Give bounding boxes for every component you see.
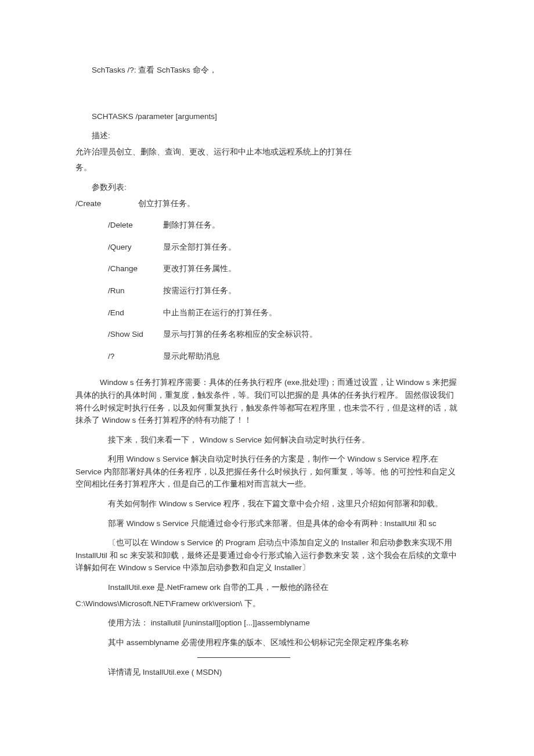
param-row: /Run 按需运行打算任务。 <box>75 285 459 297</box>
param-cmd: /Create <box>75 197 138 210</box>
body-p7a: InstallUtil.exe 是.NetFramew ork 自带的工具，一般… <box>75 581 459 594</box>
body-p9: 其中 assemblyname 必需使用程序集的版本、区域性和公钥标记完全限定程… <box>75 636 459 649</box>
body-p8: 使用方法： installutil [/uninstall][option [.… <box>75 617 459 629</box>
document-page: SchTasks /?: 查看 SchTasks 命令， SCHTASKS /p… <box>0 0 534 756</box>
param-row: /Query 显示全部打算任务。 <box>75 241 459 254</box>
param-cmd: /Delete <box>108 219 163 232</box>
param-cmd: /? <box>108 350 163 363</box>
desc-body-2: 务。 <box>75 161 459 174</box>
top-line: SchTasks /?: 查看 SchTasks 命令， <box>75 64 459 77</box>
body-p7b: C:\Windows\Microsoft.NET\Framew ork\vers… <box>75 597 459 610</box>
param-desc: 创立打算任务。 <box>138 197 459 210</box>
param-desc: 显示此帮助消息 <box>163 350 459 363</box>
param-row: /Show Sid 显示与打算的任务名称相应的安全标识符。 <box>75 328 459 341</box>
param-row: /Create 创立打算任务。 <box>75 197 459 210</box>
body-p2: 接下来，我们来看一下， Window s Service 如何解决自动定时执行任… <box>75 434 459 447</box>
param-desc: 中止当前正在运行的打算任务。 <box>163 307 459 319</box>
body-p6: 〔也可以在 Window s Service 的 Program 启动点中添加自… <box>75 537 459 574</box>
usage-command: SCHTASKS /parameter [arguments] <box>75 110 459 123</box>
param-desc: 按需运行打算任务。 <box>163 285 459 297</box>
desc-body-1: 允许治理员创立、删除、查询、更改、运行和中止本地或远程系统上的打算任 <box>75 146 459 159</box>
body-p10: 详情请见 InstallUtil.exe ( MSDN) <box>75 666 459 679</box>
param-row: /Change 更改打算任务属性。 <box>75 262 459 275</box>
param-desc: 显示全部打算任务。 <box>163 241 459 254</box>
body-p4: 有关如何制作 Window s Service 程序，我在下篇文章中会介绍，这里… <box>75 498 459 510</box>
param-cmd: /Query <box>108 241 163 254</box>
body-p1: Window s 任务打算程序需要：具体的任务执行程序 (exe,批处理)；而通… <box>75 376 459 426</box>
underline-decoration <box>75 652 459 665</box>
body-p3: 利用 Window s Service 解决自动定时执行任务的方案是，制作一个 … <box>75 453 459 491</box>
param-cmd: /Show Sid <box>108 328 163 341</box>
param-cmd: /End <box>108 307 163 319</box>
body-p5: 部署 Window s Service 只能通过命令行形式来部署。但是具体的命令… <box>75 517 459 530</box>
param-row: /End 中止当前正在运行的打算任务。 <box>75 307 459 319</box>
param-desc: 删除打算任务。 <box>163 219 459 232</box>
param-desc: 显示与打算的任务名称相应的安全标识符。 <box>163 328 459 341</box>
param-cmd: /Run <box>108 285 163 297</box>
param-label: 参数列表: <box>75 181 459 194</box>
param-cmd: /Change <box>108 262 163 275</box>
param-desc: 更改打算任务属性。 <box>163 262 459 275</box>
param-row: /? 显示此帮助消息 <box>75 350 459 363</box>
param-row: /Delete 删除打算任务。 <box>75 219 459 232</box>
desc-label: 描述: <box>75 129 459 142</box>
